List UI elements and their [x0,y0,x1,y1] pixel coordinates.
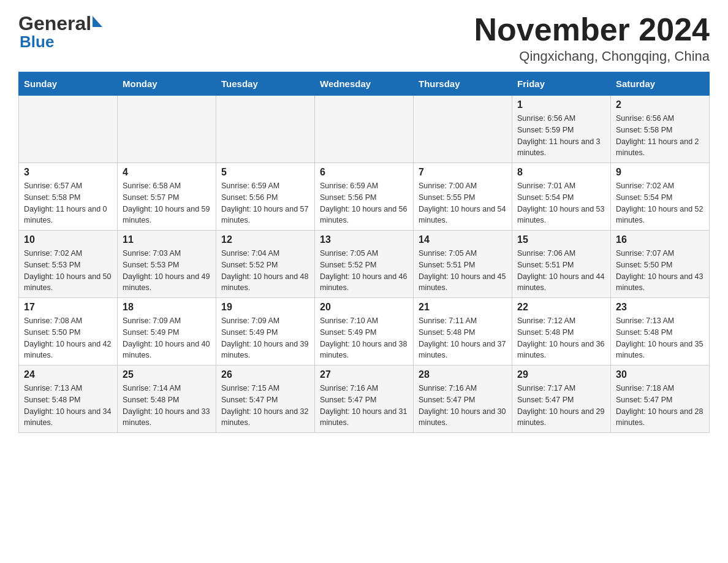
day-info: Sunrise: 6:59 AMSunset: 5:56 PMDaylight:… [320,180,408,226]
day-number: 24 [24,369,112,380]
day-info: Sunrise: 7:03 AMSunset: 5:53 PMDaylight:… [123,248,211,294]
day-number: 26 [221,369,309,380]
calendar-cell: 22Sunrise: 7:12 AMSunset: 5:48 PMDayligh… [512,298,611,366]
day-number: 11 [123,234,211,245]
day-number: 30 [616,369,704,380]
calendar-cell: 8Sunrise: 7:01 AMSunset: 5:54 PMDaylight… [512,163,611,231]
calendar-cell [414,96,512,163]
day-number: 22 [517,302,605,313]
day-number: 28 [419,369,507,380]
day-info: Sunrise: 7:04 AMSunset: 5:52 PMDaylight:… [221,248,309,294]
day-number: 17 [24,302,112,313]
day-number: 12 [221,234,309,245]
calendar-cell: 9Sunrise: 7:02 AMSunset: 5:54 PMDaylight… [611,163,710,231]
calendar-cell [216,96,315,163]
day-number: 19 [221,302,309,313]
day-number: 14 [419,234,507,245]
calendar-week-row: 3Sunrise: 6:57 AMSunset: 5:58 PMDaylight… [19,163,710,231]
page-header: General Blue November 2024 Qingxichang, … [18,12,710,64]
day-info: Sunrise: 7:02 AMSunset: 5:53 PMDaylight:… [24,248,112,294]
calendar-cell: 19Sunrise: 7:09 AMSunset: 5:49 PMDayligh… [216,298,315,366]
day-info: Sunrise: 6:59 AMSunset: 5:56 PMDaylight:… [221,180,309,226]
day-number: 1 [517,99,605,110]
day-info: Sunrise: 7:17 AMSunset: 5:47 PMDaylight:… [517,383,605,429]
logo-general-text: General [18,12,91,35]
calendar-cell: 5Sunrise: 6:59 AMSunset: 5:56 PMDaylight… [216,163,315,231]
day-info: Sunrise: 7:10 AMSunset: 5:49 PMDaylight:… [320,315,408,361]
title-area: November 2024 Qingxichang, Chongqing, Ch… [474,12,710,64]
calendar-cell: 16Sunrise: 7:07 AMSunset: 5:50 PMDayligh… [611,231,710,298]
calendar-cell: 14Sunrise: 7:05 AMSunset: 5:51 PMDayligh… [414,231,512,298]
calendar-cell: 10Sunrise: 7:02 AMSunset: 5:53 PMDayligh… [19,231,118,298]
day-info: Sunrise: 7:16 AMSunset: 5:47 PMDaylight:… [320,383,408,429]
day-info: Sunrise: 7:13 AMSunset: 5:48 PMDaylight:… [24,383,112,429]
day-info: Sunrise: 7:06 AMSunset: 5:51 PMDaylight:… [517,248,605,294]
day-info: Sunrise: 7:15 AMSunset: 5:47 PMDaylight:… [221,383,309,429]
day-number: 20 [320,302,408,313]
logo-top: General [18,12,102,35]
day-number: 9 [616,167,704,178]
day-number: 15 [517,234,605,245]
day-number: 16 [616,234,704,245]
calendar-cell: 15Sunrise: 7:06 AMSunset: 5:51 PMDayligh… [512,231,611,298]
month-title: November 2024 [474,12,710,47]
calendar-cell: 11Sunrise: 7:03 AMSunset: 5:53 PMDayligh… [118,231,216,298]
day-of-week-friday: Friday [512,72,611,96]
day-number: 18 [123,302,211,313]
calendar-cell [19,96,118,163]
day-number: 13 [320,234,408,245]
calendar-cell: 13Sunrise: 7:05 AMSunset: 5:52 PMDayligh… [315,231,414,298]
day-info: Sunrise: 7:18 AMSunset: 5:47 PMDaylight:… [616,383,704,429]
day-number: 10 [24,234,112,245]
calendar-table: SundayMondayTuesdayWednesdayThursdayFrid… [18,72,710,433]
logo: General Blue [18,12,102,52]
day-number: 23 [616,302,704,313]
calendar-week-row: 17Sunrise: 7:08 AMSunset: 5:50 PMDayligh… [19,298,710,366]
day-of-week-tuesday: Tuesday [216,72,315,96]
location-text: Qingxichang, Chongqing, China [474,48,710,64]
calendar-cell: 20Sunrise: 7:10 AMSunset: 5:49 PMDayligh… [315,298,414,366]
day-info: Sunrise: 6:58 AMSunset: 5:57 PMDaylight:… [123,180,211,226]
calendar-cell: 27Sunrise: 7:16 AMSunset: 5:47 PMDayligh… [315,366,414,433]
day-number: 7 [419,167,507,178]
day-of-week-monday: Monday [118,72,216,96]
day-info: Sunrise: 7:02 AMSunset: 5:54 PMDaylight:… [616,180,704,226]
calendar-cell [118,96,216,163]
day-info: Sunrise: 6:57 AMSunset: 5:58 PMDaylight:… [24,180,112,226]
calendar-cell: 23Sunrise: 7:13 AMSunset: 5:48 PMDayligh… [611,298,710,366]
calendar-cell: 12Sunrise: 7:04 AMSunset: 5:52 PMDayligh… [216,231,315,298]
calendar-cell [315,96,414,163]
calendar-cell: 21Sunrise: 7:11 AMSunset: 5:48 PMDayligh… [414,298,512,366]
calendar-cell: 4Sunrise: 6:58 AMSunset: 5:57 PMDaylight… [118,163,216,231]
calendar-cell: 2Sunrise: 6:56 AMSunset: 5:58 PMDaylight… [611,96,710,163]
day-info: Sunrise: 6:56 AMSunset: 5:58 PMDaylight:… [616,113,704,159]
logo-triangle-icon [93,16,102,27]
day-info: Sunrise: 7:16 AMSunset: 5:47 PMDaylight:… [419,383,507,429]
calendar-cell: 7Sunrise: 7:00 AMSunset: 5:55 PMDaylight… [414,163,512,231]
day-info: Sunrise: 7:05 AMSunset: 5:51 PMDaylight:… [419,248,507,294]
calendar-cell: 1Sunrise: 6:56 AMSunset: 5:59 PMDaylight… [512,96,611,163]
day-number: 21 [419,302,507,313]
day-of-week-sunday: Sunday [19,72,118,96]
calendar-week-row: 24Sunrise: 7:13 AMSunset: 5:48 PMDayligh… [19,366,710,433]
day-info: Sunrise: 7:09 AMSunset: 5:49 PMDaylight:… [221,315,309,361]
day-of-week-thursday: Thursday [414,72,512,96]
logo-blue-text: Blue [20,33,102,52]
day-number: 8 [517,167,605,178]
calendar-week-row: 1Sunrise: 6:56 AMSunset: 5:59 PMDaylight… [19,96,710,163]
calendar-header-row: SundayMondayTuesdayWednesdayThursdayFrid… [19,72,710,96]
calendar-cell: 6Sunrise: 6:59 AMSunset: 5:56 PMDaylight… [315,163,414,231]
day-info: Sunrise: 7:00 AMSunset: 5:55 PMDaylight:… [419,180,507,226]
calendar-cell: 3Sunrise: 6:57 AMSunset: 5:58 PMDaylight… [19,163,118,231]
day-number: 29 [517,369,605,380]
day-number: 25 [123,369,211,380]
day-number: 5 [221,167,309,178]
calendar-cell: 24Sunrise: 7:13 AMSunset: 5:48 PMDayligh… [19,366,118,433]
calendar-cell: 26Sunrise: 7:15 AMSunset: 5:47 PMDayligh… [216,366,315,433]
day-number: 2 [616,99,704,110]
day-number: 6 [320,167,408,178]
day-number: 4 [123,167,211,178]
day-info: Sunrise: 7:08 AMSunset: 5:50 PMDaylight:… [24,315,112,361]
day-number: 27 [320,369,408,380]
calendar-cell: 18Sunrise: 7:09 AMSunset: 5:49 PMDayligh… [118,298,216,366]
